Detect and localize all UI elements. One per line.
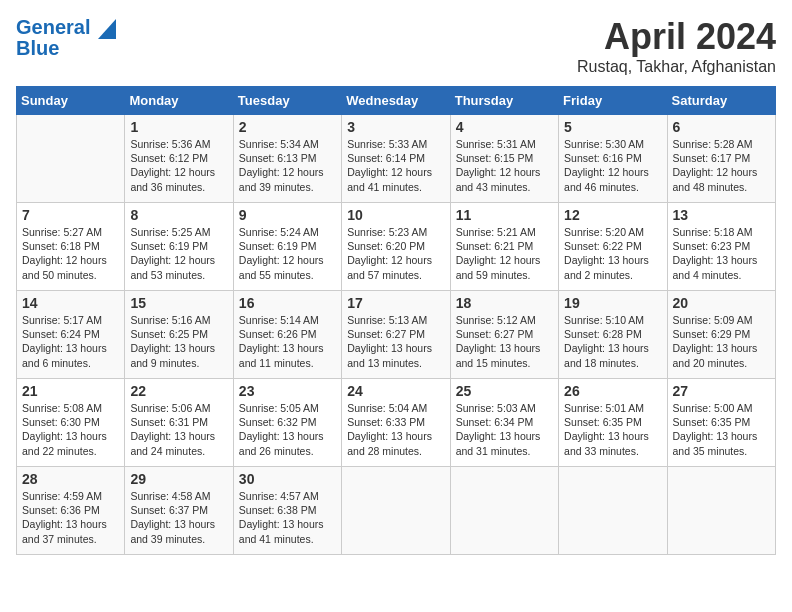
day-number: 23 [239,383,336,399]
col-header-tuesday: Tuesday [233,87,341,115]
day-number: 7 [22,207,119,223]
day-cell: 7Sunrise: 5:27 AM Sunset: 6:18 PM Daylig… [17,203,125,291]
day-cell: 3Sunrise: 5:33 AM Sunset: 6:14 PM Daylig… [342,115,450,203]
day-info: Sunrise: 4:57 AM Sunset: 6:38 PM Dayligh… [239,489,336,546]
day-number: 24 [347,383,444,399]
logo-text: General Blue [16,16,116,60]
day-cell: 19Sunrise: 5:10 AM Sunset: 6:28 PM Dayli… [559,291,667,379]
day-number: 19 [564,295,661,311]
day-cell: 14Sunrise: 5:17 AM Sunset: 6:24 PM Dayli… [17,291,125,379]
day-info: Sunrise: 4:58 AM Sunset: 6:37 PM Dayligh… [130,489,227,546]
logo: General Blue [16,16,116,60]
day-number: 29 [130,471,227,487]
day-cell: 10Sunrise: 5:23 AM Sunset: 6:20 PM Dayli… [342,203,450,291]
day-info: Sunrise: 5:31 AM Sunset: 6:15 PM Dayligh… [456,137,553,194]
logo-bird-icon [98,19,116,39]
day-cell: 2Sunrise: 5:34 AM Sunset: 6:13 PM Daylig… [233,115,341,203]
day-info: Sunrise: 5:27 AM Sunset: 6:18 PM Dayligh… [22,225,119,282]
col-header-friday: Friday [559,87,667,115]
day-cell: 1Sunrise: 5:36 AM Sunset: 6:12 PM Daylig… [125,115,233,203]
day-cell: 11Sunrise: 5:21 AM Sunset: 6:21 PM Dayli… [450,203,558,291]
day-info: Sunrise: 5:28 AM Sunset: 6:17 PM Dayligh… [673,137,770,194]
title-block: April 2024 Rustaq, Takhar, Afghanistan [577,16,776,76]
day-number: 2 [239,119,336,135]
day-cell: 27Sunrise: 5:00 AM Sunset: 6:35 PM Dayli… [667,379,775,467]
day-number: 28 [22,471,119,487]
day-info: Sunrise: 5:17 AM Sunset: 6:24 PM Dayligh… [22,313,119,370]
day-cell [450,467,558,555]
day-number: 9 [239,207,336,223]
day-info: Sunrise: 5:34 AM Sunset: 6:13 PM Dayligh… [239,137,336,194]
day-number: 30 [239,471,336,487]
day-info: Sunrise: 5:14 AM Sunset: 6:26 PM Dayligh… [239,313,336,370]
day-cell [17,115,125,203]
day-info: Sunrise: 5:03 AM Sunset: 6:34 PM Dayligh… [456,401,553,458]
logo-line2: Blue [16,37,116,60]
day-info: Sunrise: 5:25 AM Sunset: 6:19 PM Dayligh… [130,225,227,282]
week-row-1: 1Sunrise: 5:36 AM Sunset: 6:12 PM Daylig… [17,115,776,203]
day-info: Sunrise: 4:59 AM Sunset: 6:36 PM Dayligh… [22,489,119,546]
day-info: Sunrise: 5:00 AM Sunset: 6:35 PM Dayligh… [673,401,770,458]
day-info: Sunrise: 5:12 AM Sunset: 6:27 PM Dayligh… [456,313,553,370]
day-cell: 18Sunrise: 5:12 AM Sunset: 6:27 PM Dayli… [450,291,558,379]
day-cell: 8Sunrise: 5:25 AM Sunset: 6:19 PM Daylig… [125,203,233,291]
calendar-table: SundayMondayTuesdayWednesdayThursdayFrid… [16,86,776,555]
day-number: 1 [130,119,227,135]
col-header-monday: Monday [125,87,233,115]
day-number: 12 [564,207,661,223]
col-header-thursday: Thursday [450,87,558,115]
col-header-saturday: Saturday [667,87,775,115]
logo-line1: General [16,16,116,39]
day-cell: 16Sunrise: 5:14 AM Sunset: 6:26 PM Dayli… [233,291,341,379]
week-row-3: 14Sunrise: 5:17 AM Sunset: 6:24 PM Dayli… [17,291,776,379]
day-cell: 4Sunrise: 5:31 AM Sunset: 6:15 PM Daylig… [450,115,558,203]
location: Rustaq, Takhar, Afghanistan [577,58,776,76]
day-cell: 29Sunrise: 4:58 AM Sunset: 6:37 PM Dayli… [125,467,233,555]
day-cell: 6Sunrise: 5:28 AM Sunset: 6:17 PM Daylig… [667,115,775,203]
col-header-sunday: Sunday [17,87,125,115]
day-info: Sunrise: 5:24 AM Sunset: 6:19 PM Dayligh… [239,225,336,282]
day-cell: 9Sunrise: 5:24 AM Sunset: 6:19 PM Daylig… [233,203,341,291]
day-info: Sunrise: 5:21 AM Sunset: 6:21 PM Dayligh… [456,225,553,282]
day-number: 10 [347,207,444,223]
day-number: 13 [673,207,770,223]
day-cell: 13Sunrise: 5:18 AM Sunset: 6:23 PM Dayli… [667,203,775,291]
month-title: April 2024 [577,16,776,58]
calendar-header-row: SundayMondayTuesdayWednesdayThursdayFrid… [17,87,776,115]
day-cell: 5Sunrise: 5:30 AM Sunset: 6:16 PM Daylig… [559,115,667,203]
day-number: 15 [130,295,227,311]
day-cell [342,467,450,555]
day-info: Sunrise: 5:08 AM Sunset: 6:30 PM Dayligh… [22,401,119,458]
day-cell [559,467,667,555]
page-header: General Blue April 2024 Rustaq, Takhar, … [16,16,776,76]
day-info: Sunrise: 5:16 AM Sunset: 6:25 PM Dayligh… [130,313,227,370]
day-cell: 23Sunrise: 5:05 AM Sunset: 6:32 PM Dayli… [233,379,341,467]
day-info: Sunrise: 5:06 AM Sunset: 6:31 PM Dayligh… [130,401,227,458]
day-cell: 15Sunrise: 5:16 AM Sunset: 6:25 PM Dayli… [125,291,233,379]
week-row-4: 21Sunrise: 5:08 AM Sunset: 6:30 PM Dayli… [17,379,776,467]
day-cell: 28Sunrise: 4:59 AM Sunset: 6:36 PM Dayli… [17,467,125,555]
day-cell: 12Sunrise: 5:20 AM Sunset: 6:22 PM Dayli… [559,203,667,291]
day-info: Sunrise: 5:05 AM Sunset: 6:32 PM Dayligh… [239,401,336,458]
day-number: 17 [347,295,444,311]
day-cell: 25Sunrise: 5:03 AM Sunset: 6:34 PM Dayli… [450,379,558,467]
day-number: 16 [239,295,336,311]
day-cell: 26Sunrise: 5:01 AM Sunset: 6:35 PM Dayli… [559,379,667,467]
day-number: 11 [456,207,553,223]
day-number: 22 [130,383,227,399]
day-number: 4 [456,119,553,135]
day-number: 5 [564,119,661,135]
day-info: Sunrise: 5:36 AM Sunset: 6:12 PM Dayligh… [130,137,227,194]
day-info: Sunrise: 5:01 AM Sunset: 6:35 PM Dayligh… [564,401,661,458]
day-number: 6 [673,119,770,135]
day-number: 20 [673,295,770,311]
day-cell: 20Sunrise: 5:09 AM Sunset: 6:29 PM Dayli… [667,291,775,379]
day-number: 25 [456,383,553,399]
day-number: 21 [22,383,119,399]
day-info: Sunrise: 5:30 AM Sunset: 6:16 PM Dayligh… [564,137,661,194]
day-info: Sunrise: 5:10 AM Sunset: 6:28 PM Dayligh… [564,313,661,370]
day-number: 26 [564,383,661,399]
day-number: 27 [673,383,770,399]
svg-marker-0 [98,19,116,39]
day-cell: 24Sunrise: 5:04 AM Sunset: 6:33 PM Dayli… [342,379,450,467]
